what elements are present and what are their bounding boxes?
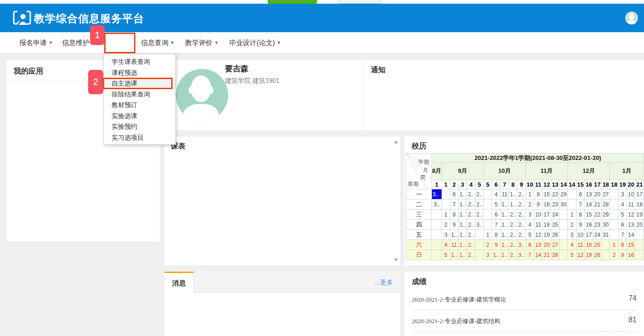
calendar-day-cell: 8 [492, 230, 500, 240]
nav-item-信息维护[interactable]: 信息维护 [62, 32, 90, 53]
divider [363, 60, 364, 130]
calendar-day-cell: 1.. [500, 250, 509, 260]
calendar-day-cell [484, 199, 492, 210]
calendar-day-cell [475, 250, 483, 260]
calendar-day-cell: 11 [450, 240, 458, 250]
browser-dialog-strip [0, 0, 644, 4]
calendar-day-cell: 2.. [475, 199, 483, 210]
timetable-title: 课表 [164, 137, 400, 151]
dialog-block-button-partial[interactable] [339, 0, 381, 4]
calendar-day-cell: 2.. [509, 210, 517, 220]
menu-item-筛除结果查询[interactable]: 筛除结果查询 [104, 89, 175, 100]
scroll-down-icon[interactable] [394, 258, 398, 262]
messages-panel: 消息 ...更多 [164, 272, 400, 336]
calendar-day-cell [484, 220, 492, 230]
month-header-1月: 1月 [610, 163, 644, 180]
calendar-day-cell: 19 [543, 230, 551, 240]
calendar-day-cell: 1 [568, 210, 576, 220]
menu-item-实验预约[interactable]: 实验预约 [104, 121, 175, 132]
messages-more-link[interactable]: ...更多 [375, 272, 393, 293]
calendar-day-cell [432, 230, 442, 240]
calendar-day-cell: 7 [450, 199, 458, 210]
corner-label-月: 月 [423, 166, 428, 174]
menu-item-实验选课[interactable]: 实验选课 [104, 111, 175, 122]
calendar-day-cell: 30 [601, 220, 610, 230]
calendar-day-cell: 29 [601, 210, 610, 220]
nav-item-报名申请[interactable]: 报名申请▼ [19, 32, 53, 53]
week-number: 1 [442, 180, 450, 189]
calendar-day-cell [610, 189, 618, 199]
day-name-一: 一 [406, 189, 432, 199]
week-number: 11 [534, 180, 542, 189]
calendar-day-cell [432, 240, 442, 250]
week-number: 12 [543, 180, 551, 189]
grades-title: 成绩 [404, 272, 644, 289]
calendar-day-cell: 1.. [500, 199, 509, 210]
calendar-day-cell [635, 230, 644, 240]
nav-item-毕业设计(论文)[interactable]: 毕业设计(论文)▼ [229, 32, 281, 53]
calendar-day-cell: 3.. [432, 189, 442, 199]
corner-label-学期: 学期 [418, 158, 429, 166]
dialog-allow-button-partial[interactable] [268, 0, 317, 4]
step-1-badge: 1 [90, 25, 105, 45]
calendar-day-cell: 5 [568, 250, 576, 260]
calendar-day-cell [560, 250, 568, 260]
calendar-day-cell: 5 [618, 210, 627, 220]
calendar-day-cell [610, 230, 618, 240]
calendar-day-cell: 4 [526, 220, 534, 230]
tab-messages[interactable]: 消息 [164, 272, 194, 293]
calendar-day-cell: 28 [551, 250, 559, 260]
calendar-day-cell: 8 [534, 189, 542, 199]
menu-item-课程预选[interactable]: 课程预选 [104, 68, 175, 79]
calendar-day-cell: 16 [627, 250, 635, 260]
menu-item-教材预订[interactable]: 教材预订 [104, 100, 175, 111]
calendar-day-cell: 2.. [509, 220, 517, 230]
calendar-day-cell: 6 [450, 189, 458, 199]
calendar-day-cell: 26 [593, 250, 601, 260]
calendar-day-cell: 3 [442, 230, 450, 240]
month-header-12月: 12月 [568, 163, 610, 180]
week-number: 4 [467, 180, 475, 189]
calendar-day-cell: 3.. [475, 220, 483, 230]
step-2-highlight-box [103, 78, 173, 89]
grade-score: 81 [628, 316, 637, 324]
calendar-day-cell: 9 [492, 240, 500, 250]
calendar-day-cell: 25 [551, 220, 559, 230]
calendar-day-cell: 24 [593, 230, 601, 240]
week-number: 5 [475, 180, 483, 189]
calendar-day-cell: 1.. [459, 250, 467, 260]
calendar-day-cell: 1 [442, 210, 450, 220]
grade-row: 2020-2021-2-专业必修课-建筑结构81 [412, 310, 638, 332]
calendar-day-cell: 2.. [467, 250, 475, 260]
calendar-day-cell: 2.. [467, 240, 475, 250]
nav-item-教学评价[interactable]: 教学评价▼ [185, 32, 218, 53]
scroll-up-icon[interactable] [394, 140, 398, 143]
calendar-day-cell: 1.. [459, 220, 467, 230]
calendar-day-cell: 18 [635, 199, 644, 210]
week-number: 16 [585, 180, 593, 189]
chevron-down-icon: ▼ [277, 40, 281, 45]
calendar-day-cell: 17 [635, 189, 644, 199]
calendar-day-cell: 23 [551, 199, 559, 210]
calendar-day-cell: 11 [534, 220, 542, 230]
calendar-day-cell: 1.. [500, 240, 509, 250]
calendar-day-cell: 3 [568, 230, 576, 240]
calendar-day-cell: 1.. [492, 250, 500, 260]
grade-course-name: 2020-2021-2-专业必修课-建筑学概论 [412, 296, 506, 304]
menu-item-学生课表查询[interactable]: 学生课表查询 [104, 57, 175, 68]
calendar-day-cell: 5 [442, 250, 450, 260]
calendar-day-cell: 1.. [500, 210, 509, 220]
calendar-day-cell: 20 [635, 220, 644, 230]
week-number: 6 [492, 180, 500, 189]
calendar-day-cell: 10 [576, 230, 584, 240]
user-avatar[interactable] [625, 11, 638, 24]
calendar-day-cell: 27 [551, 240, 559, 250]
menu-item-实习选项目[interactable]: 实习选项目 [104, 132, 175, 143]
calendar-day-cell: 2.. [467, 199, 475, 210]
calendar-day-cell: 15 [585, 210, 593, 220]
calendar-day-cell: 6 [492, 210, 500, 220]
calendar-day-cell: 16 [543, 199, 551, 210]
calendar-day-cell: 8 [618, 240, 627, 250]
week-number: 9 [517, 180, 526, 189]
nav-item-信息查询[interactable]: 信息查询▼ [141, 32, 174, 53]
